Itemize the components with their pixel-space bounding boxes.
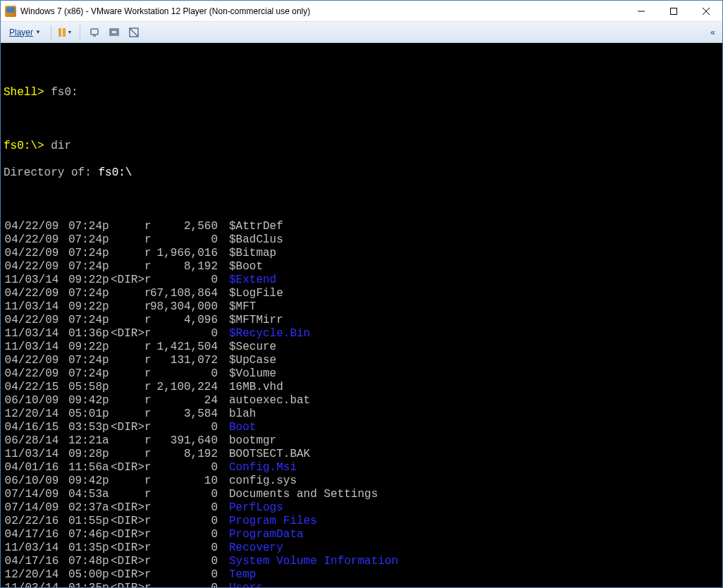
dir-entry: 04/17/1607:48p<DIR>r0System Volume Infor… (4, 555, 719, 568)
dir-entry: 11/03/1409:22p<DIR>r0$Extend (4, 274, 719, 287)
dir-entry: 04/22/0907:24pr8,192$Boot (4, 260, 719, 274)
maximize-button[interactable] (657, 1, 690, 21)
vmware-icon (5, 6, 16, 17)
dir-entry: 06/28/1412:21ar391,640bootmgr (4, 434, 719, 448)
app-window: Windows 7 (x86) - VMware Workstation 12 … (0, 0, 723, 588)
fullscreen-button[interactable] (106, 24, 123, 41)
svg-line-9 (130, 28, 138, 37)
chevron-down-icon: ▼ (35, 29, 41, 35)
minimize-button[interactable] (625, 1, 657, 21)
dir-entry: 04/01/1611:56a<DIR>r0Config.Msi (4, 461, 719, 474)
player-menu[interactable]: Player ▼ (5, 25, 45, 39)
console-blank-line (4, 193, 719, 207)
dir-entry: 11/03/1401:36p<DIR>r0$Recycle.Bin (4, 327, 719, 341)
console-blank-line (4, 59, 719, 73)
unity-button[interactable] (125, 24, 142, 41)
dir-entry: 11/03/1401:35p<DIR>r0Users (4, 582, 719, 587)
dir-entry: 04/22/1505:58pr2,100,22416MB.vhd (4, 381, 719, 394)
svg-rect-1 (671, 8, 677, 14)
dir-entry: 04/22/0907:24pr0$BadClus (4, 233, 719, 247)
titlebar[interactable]: Windows 7 (x86) - VMware Workstation 12 … (1, 1, 722, 22)
svg-rect-4 (91, 29, 98, 35)
pause-icon (58, 28, 66, 37)
chevron-down-icon: ▼ (67, 30, 72, 35)
dir-listing: 04/22/0907:24pr2,560$AttrDef04/22/0907:2… (4, 220, 719, 587)
dir-entry: 04/22/0907:24pr1,966,016$Bitmap (4, 247, 719, 260)
window-controls (625, 1, 722, 21)
dir-entry: 11/03/1409:28pr8,192BOOTSECT.BAK (4, 448, 719, 461)
close-button[interactable] (690, 1, 722, 21)
console-area[interactable]: Shell> fs0: fs0:\> dir Directory of: fs0… (1, 43, 722, 587)
dir-entry: 11/03/1401:35p<DIR>r0Recovery (4, 541, 719, 555)
svg-rect-7 (111, 30, 117, 34)
dir-entry: 04/22/0907:24pr4,096$MFTMirr (4, 314, 719, 327)
separator (80, 25, 80, 39)
player-menu-label: Player (9, 27, 33, 37)
console-header-line: Directory of: fs0:\ (4, 166, 719, 180)
dir-entry: 07/14/0904:53ar0Documents and Settings (4, 488, 719, 501)
window-title: Windows 7 (x86) - VMware Workstation 12 … (20, 6, 625, 16)
dir-entry: 12/20/1405:01pr3,584blah (4, 408, 719, 421)
dir-entry: 06/10/0909:42pr24autoexec.bat (4, 394, 719, 408)
dir-entry: 06/10/0909:42pr10config.sys (4, 474, 719, 488)
dir-entry: 04/22/0907:24pr0$Volume (4, 367, 719, 381)
dir-entry: 12/20/1405:00p<DIR>r0Temp (4, 568, 719, 582)
dir-entry: 11/03/1409:22pr1,421,504$Secure (4, 341, 719, 354)
dir-entry: 04/17/1607:46p<DIR>r0ProgramData (4, 528, 719, 541)
toolbar: Player ▼ ▼ « (1, 22, 722, 43)
dir-entry: 02/22/1601:55p<DIR>r0Program Files (4, 515, 719, 528)
console-prompt-line: Shell> fs0: (4, 86, 719, 99)
dir-entry: 07/14/0902:37a<DIR>r0PerfLogs (4, 501, 719, 515)
collapse-button[interactable]: « (707, 27, 718, 37)
console-prompt-line: fs0:\> dir (4, 140, 719, 153)
dir-entry: 04/22/0907:24pr67,108,864$LogFile (4, 287, 719, 300)
separator (51, 25, 51, 39)
dir-entry: 11/03/1409:22pr98,304,000$MFT (4, 300, 719, 314)
pause-button[interactable]: ▼ (57, 24, 74, 41)
send-ctrl-alt-del-button[interactable] (86, 24, 103, 41)
dir-entry: 04/22/0907:24pr2,560$AttrDef (4, 220, 719, 233)
dir-entry: 04/22/0907:24pr131,072$UpCase (4, 354, 719, 367)
dir-entry: 04/16/1503:53p<DIR>r0Boot (4, 421, 719, 434)
console-blank-line (4, 113, 719, 126)
